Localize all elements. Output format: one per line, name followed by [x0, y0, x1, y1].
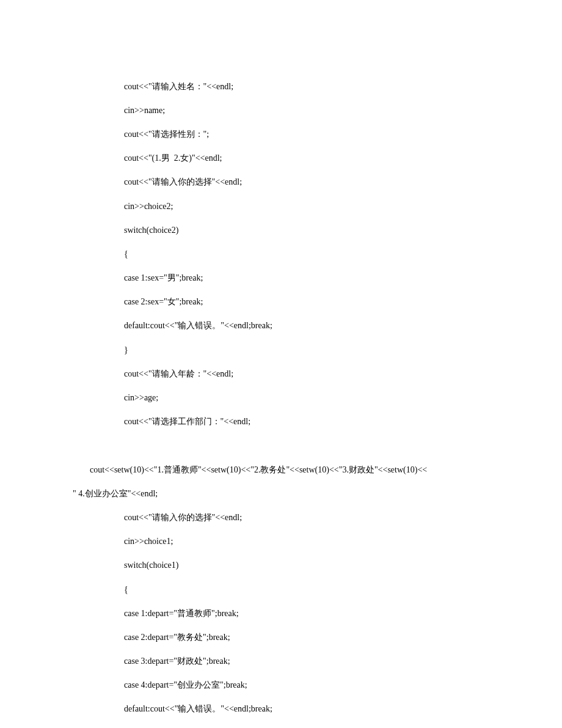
code-line: case 2:depart="教务处";break;: [73, 631, 562, 644]
code-line: " 4.创业办公室"<<endl;: [73, 488, 562, 500]
code-line: {: [73, 584, 562, 596]
code-line: cin>>name;: [73, 105, 562, 117]
code-line: cout<<"请选择性别：";: [73, 128, 562, 141]
code-line: cin>>choice2;: [73, 200, 562, 213]
code-line: cout<<"请输入年龄："<<endl;: [73, 368, 562, 380]
code-line: case 3:depart="财政处";break;: [73, 655, 562, 667]
code-line: case 2:sex="女";break;: [73, 296, 562, 308]
code-line: default:cout<<"输入错误。"<<endl;break;: [73, 320, 562, 332]
code-line: }: [73, 344, 562, 356]
code-line: cout<<"请输入姓名："<<endl;: [73, 81, 562, 93]
code-line: cout<<"请输入你的选择"<<endl;: [73, 512, 562, 524]
code-line: case 1:sex="男";break;: [73, 272, 562, 284]
code-line: cin>>choice1;: [73, 535, 562, 548]
code-line: switch(choice1): [73, 559, 562, 572]
code-line: cin>>age;: [73, 392, 562, 404]
code-line: case 1:depart="普通教师";break;: [73, 608, 562, 620]
code-line: switch(choice2): [73, 224, 562, 237]
code-line: cout<<setw(10)<<"1.普通教师"<<setw(10)<<"2.教…: [73, 464, 562, 476]
code-line: cout<<"(1.男 2.女)"<<endl;: [73, 152, 562, 164]
code-line: case 4:depart="创业办公室";break;: [73, 679, 562, 691]
code-line: default:cout<<"输入错误。"<<endl;break;: [73, 703, 562, 715]
code-line: {: [73, 248, 562, 260]
code-line: cout<<"请选择工作部门："<<endl;: [73, 416, 562, 428]
code-line: [73, 439, 562, 452]
code-line: cout<<"请输入你的选择"<<endl;: [73, 176, 562, 188]
code-document: cout<<"请输入姓名："<<endl; cin>>name; cout<<"…: [0, 0, 562, 728]
